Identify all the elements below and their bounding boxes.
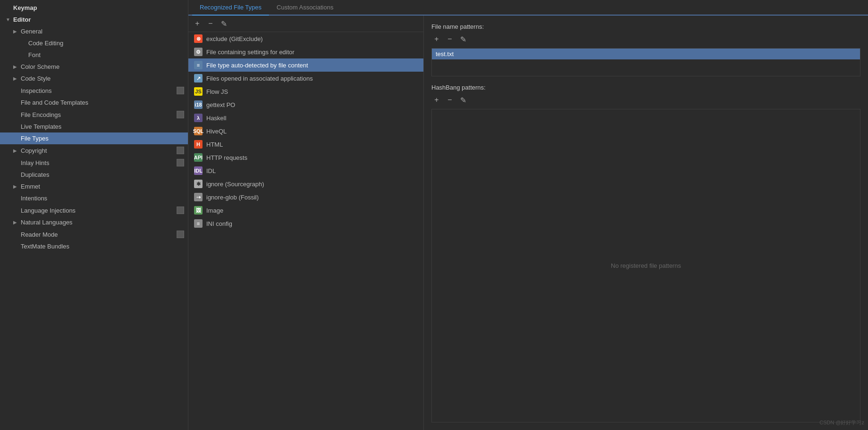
file-type-item-files-opened-associated[interactable]: ↗Files opened in associated applications [188,72,423,85]
content-panels: + − ✎ ⊗exclude (GitExclude)⚙File contain… [188,16,868,430]
badge-icon-file-encodings [177,111,184,118]
file-type-label-files-opened-associated: Files opened in associated applications [206,75,313,82]
file-list-panel: + − ✎ ⊗exclude (GitExclude)⚙File contain… [188,16,424,430]
sidebar-item-label-code-editing: Code Editing [28,40,184,47]
sidebar-item-language-injections[interactable]: Language Injections [0,204,188,216]
sidebar-item-label-copyright: Copyright [21,147,175,154]
file-type-label-haskell: Haskell [206,115,227,122]
file-type-item-file-containing-settings[interactable]: ⚙File containing settings for editor [188,45,423,58]
sidebar-item-label-intentions: Intentions [21,195,184,202]
hashbang-patterns-toolbar: + − ✎ [431,95,860,105]
sidebar-item-file-code-templates[interactable]: File and Code Templates [0,97,188,108]
sidebar-item-reader-mode[interactable]: Reader Mode [0,228,188,240]
tab-bar: Recognized File TypesCustom Associations [188,0,868,16]
chevron-icon-general: ▶ [13,29,21,34]
edit-file-type-button[interactable]: ✎ [219,18,229,29]
sidebar-item-code-editing[interactable]: Code Editing [0,37,188,49]
sidebar-item-font[interactable]: Font [0,49,188,61]
hashbang-patterns-title: HashBang patterns: [431,84,860,91]
watermark: CSDN @好好学习z [819,419,864,426]
file-name-patterns-toolbar: + − ✎ [431,34,860,44]
sidebar-item-editor[interactable]: ▼Editor [0,14,188,25]
file-type-item-idl[interactable]: IDLIDL [188,164,423,177]
sidebar-item-general[interactable]: ▶General [0,25,188,37]
file-type-item-hiveql[interactable]: SQLHiveQL [188,124,423,138]
file-type-label-hiveql: HiveQL [206,128,227,135]
badge-icon-inspections [177,87,184,94]
file-type-label-http-requests: HTTP requests [206,154,247,161]
sidebar-item-copyright[interactable]: ▶Copyright [0,144,188,157]
add-file-type-button[interactable]: + [192,18,203,29]
sidebar-item-label-editor: Editor [13,16,184,23]
file-type-icon-image: 🖼 [194,206,203,215]
sidebar-item-duplicates[interactable]: Duplicates [0,169,188,181]
right-panel: File name patterns: + − ✎ test.txt HashB… [424,16,868,430]
chevron-icon-color-scheme: ▶ [13,64,21,69]
file-type-icon-flow-js: JS [194,87,203,96]
badge-icon-reader-mode [177,231,184,238]
sidebar-item-emmet[interactable]: ▶Emmet [0,181,188,192]
sidebar-item-label-file-code-templates: File and Code Templates [21,99,184,106]
sidebar-item-label-font: Font [28,51,184,58]
file-list-toolbar: + − ✎ [188,16,423,32]
file-type-item-image[interactable]: 🖼Image [188,204,423,217]
file-type-item-html[interactable]: HHTML [188,138,423,151]
badge-icon-language-injections [177,207,184,214]
add-hashbang-button[interactable]: + [431,95,442,105]
sidebar-item-intentions[interactable]: Intentions [0,192,188,204]
file-type-item-http-requests[interactable]: APIHTTP requests [188,151,423,164]
sidebar-item-inspections[interactable]: Inspections [0,84,188,97]
file-type-item-file-type-auto-detected[interactable]: ≡File type auto-detected by file content [188,58,423,72]
file-type-icon-exclude-gitexclude: ⊗ [194,34,203,43]
chevron-icon-emmet: ▶ [13,184,21,189]
sidebar-item-keymap[interactable]: Keymap [0,2,188,14]
sidebar-item-file-encodings[interactable]: File Encodings [0,108,188,121]
sidebar-item-label-inspections: Inspections [21,87,175,94]
hashbang-patterns-section: HashBang patterns: + − ✎ No registered f… [431,84,860,422]
file-type-icon-file-containing-settings: ⚙ [194,48,203,56]
file-type-icon-ini-config: ≡ [194,219,203,228]
sidebar-item-inlay-hints[interactable]: Inlay Hints [0,157,188,169]
sidebar-item-color-scheme[interactable]: ▶Color Scheme [0,61,188,73]
chevron-icon-copyright: ▶ [13,148,21,153]
badge-icon-inlay-hints [177,159,184,166]
pattern-item-test-txt[interactable]: test.txt [432,49,860,59]
file-type-label-flow-js: Flow JS [206,88,228,95]
file-type-label-idl: IDL [206,167,216,174]
file-type-item-gettext-po[interactable]: i18gettext PO [188,98,423,111]
badge-icon-copyright [177,147,184,154]
sidebar-item-label-general: General [21,28,184,35]
chevron-icon-editor: ▼ [6,17,13,22]
remove-file-type-button[interactable]: − [205,18,216,29]
file-type-item-exclude-gitexclude[interactable]: ⊗exclude (GitExclude) [188,32,423,45]
remove-pattern-button[interactable]: − [445,34,455,44]
remove-hashbang-button[interactable]: − [445,95,455,105]
file-type-icon-gettext-po: i18 [194,100,203,109]
file-type-item-ignore-sourcegraph[interactable]: ✱ignore (Sourcegraph) [188,177,423,190]
tab-custom-associations[interactable]: Custom Associations [269,0,341,16]
add-pattern-button[interactable]: + [431,34,442,44]
file-type-item-flow-js[interactable]: JSFlow JS [188,85,423,98]
file-type-icon-html: H [194,140,203,149]
file-type-list: ⊗exclude (GitExclude)⚙File containing se… [188,32,423,430]
sidebar-item-textmate-bundles[interactable]: TextMate Bundles [0,240,188,252]
edit-pattern-button[interactable]: ✎ [458,34,468,44]
sidebar-item-natural-languages[interactable]: ▶Natural Languages [0,216,188,228]
file-type-item-haskell[interactable]: λHaskell [188,111,423,124]
sidebar-item-file-types[interactable]: File Types [0,132,188,144]
sidebar-item-live-templates[interactable]: Live Templates [0,121,188,132]
sidebar-item-label-emmet: Emmet [21,183,184,190]
file-type-label-file-type-auto-detected: File type auto-detected by file content [206,62,308,69]
sidebar-item-label-file-types: File Types [21,135,184,142]
file-type-item-ignore-glob-fossil[interactable]: ⇢ignore-glob (Fossil) [188,190,423,204]
edit-hashbang-button[interactable]: ✎ [458,95,468,105]
sidebar-item-code-style[interactable]: ▶Code Style [0,73,188,84]
tab-recognized-file-types[interactable]: Recognized File Types [192,0,269,16]
chevron-icon-natural-languages: ▶ [13,220,21,225]
file-type-label-ignore-sourcegraph: ignore (Sourcegraph) [206,181,264,188]
file-type-item-ini-config[interactable]: ≡INI config [188,217,423,230]
file-name-patterns-section: File name patterns: + − ✎ test.txt [431,23,860,76]
sidebar-item-label-textmate-bundles: TextMate Bundles [21,243,184,250]
file-type-label-ignore-glob-fossil: ignore-glob (Fossil) [206,194,259,201]
file-type-label-image: Image [206,207,223,214]
